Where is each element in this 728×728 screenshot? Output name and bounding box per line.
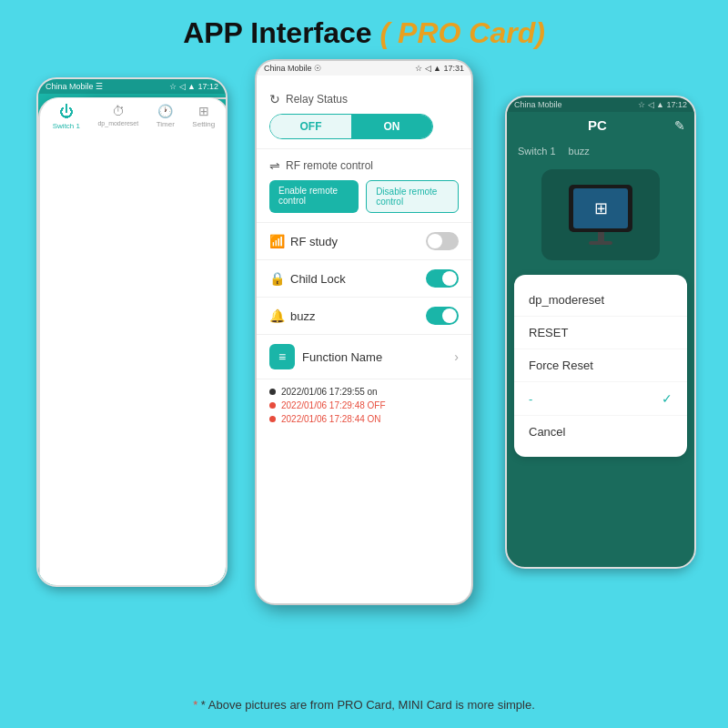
rf-study-row: 📶 RF study [257, 223, 471, 260]
relay-on-button[interactable]: ON [351, 115, 432, 138]
right-switch1-label: Switch 1 [518, 146, 556, 157]
settings-content: ↻ Relay Status OFF ON ⇌ RF remote contro… [257, 76, 471, 439]
log-text-2: 2022/01/06 17:29:48 OFF [281, 400, 386, 410]
relay-status-section: ↻ Relay Status OFF ON [257, 83, 471, 149]
right-status-left: China Mobile [514, 100, 562, 109]
rf-buttons: Enable remote control Disable remote con… [269, 180, 459, 213]
popup-item-dash[interactable]: - ✓ [514, 382, 687, 416]
phone-center: China Mobile ☉ ☆ ◁ ▲ 17:31 ‹ Setting ✎ ↻… [255, 59, 473, 605]
rf-study-toggle[interactable] [426, 232, 459, 250]
relay-off-button[interactable]: OFF [270, 115, 351, 138]
right-monitor-area: ⊞ [507, 164, 694, 266]
nav-item-dp[interactable]: ⏱ dp_modereset [97, 104, 138, 587]
function-icon: ≡ [269, 344, 295, 369]
right-status-right: ☆ ◁ ▲ 17:12 [638, 100, 687, 109]
nav-timer-icon: 🕐 [157, 104, 173, 118]
popup-item-dash-label: - [529, 392, 532, 406]
log-entry-2: 2022/01/06 17:29:48 OFF [269, 399, 459, 412]
function-row-arrow-icon: › [454, 349, 459, 364]
title-pro: ( PRO Card) [380, 16, 545, 49]
right-nav-title: PC [588, 117, 607, 133]
log-dot-2 [269, 402, 276, 409]
phones-container: China Mobile ☰ ☆ ◁ ▲ 17:12 ‹ PC ✎ Switch… [0, 59, 728, 623]
buzz-toggle[interactable] [426, 307, 459, 325]
right-nav-bar: ‹ PC ✎ [507, 112, 694, 138]
right-pc-illustration: ⊞ [541, 169, 660, 260]
right-buzz-label: buzz [569, 146, 590, 157]
phone-left: China Mobile ☰ ☆ ◁ ▲ 17:12 ‹ PC ✎ Switch… [36, 77, 228, 587]
rf-study-icon: 📶 [269, 234, 285, 248]
popup-item-cancel-label: Cancel [529, 425, 565, 439]
rf-disable-button[interactable]: Disable remote control [366, 180, 459, 213]
nav-item-switch1[interactable]: ⏻ Switch 1 [53, 104, 80, 587]
right-buzz: buzz [569, 146, 590, 157]
page-title: APP Interface ( PRO Card) [183, 16, 545, 49]
popup-item-cancel[interactable]: Cancel [514, 416, 687, 448]
popup-item-force-reset[interactable]: Force Reset [514, 349, 687, 382]
popup-item-dp-modereset[interactable]: dp_modereset [514, 284, 687, 317]
right-popup: dp_modereset RESET Force Reset - ✓ Cance… [514, 275, 687, 457]
relay-buttons: OFF ON [269, 114, 433, 139]
rf-remote-label: RF remote control [286, 159, 373, 172]
left-bottom-nav: ⏻ Switch 1 ⏱ dp_modereset 🕐 Timer ⊞ Sett… [38, 97, 228, 587]
buzz-label: buzz [290, 309, 315, 323]
rf-remote-title: ⇌ RF remote control [269, 158, 459, 173]
nav-item-setting[interactable]: ⊞ Setting [192, 104, 215, 587]
center-status-right: ☆ ◁ ▲ 17:31 [415, 64, 464, 73]
checkmark-icon: ✓ [662, 391, 672, 406]
buzz-label-wrap: 🔔 buzz [269, 308, 315, 323]
buzz-icon: 🔔 [269, 308, 285, 323]
right-monitor-stand [598, 232, 604, 241]
child-lock-toggle[interactable] [426, 269, 459, 288]
nav-dp-icon: ⏱ [112, 104, 125, 118]
popup-item-reset[interactable]: RESET [514, 317, 687, 349]
rf-remote-icon: ⇌ [269, 158, 280, 173]
footer-text: * Above pictures are from PRO Card, MINI… [201, 698, 535, 712]
log-entry-1: 2022/01/06 17:29:55 on [269, 385, 459, 399]
left-status-left: China Mobile ☰ [46, 82, 103, 91]
rf-study-label: RF study [290, 235, 338, 248]
popup-item-dp-label: dp_modereset [529, 293, 604, 307]
right-monitor: ⊞ [569, 185, 632, 232]
center-status-bar: China Mobile ☉ ☆ ◁ ▲ 17:31 [257, 61, 471, 76]
rf-enable-button[interactable]: Enable remote control [269, 180, 359, 213]
child-lock-label: Child Lock [290, 272, 346, 286]
log-text-1: 2022/01/06 17:29:55 on [281, 387, 378, 397]
center-status-left: China Mobile ☉ [264, 64, 321, 73]
title-normal: APP Interface [183, 16, 372, 49]
footer-star: * [193, 698, 197, 712]
nav-item-timer[interactable]: 🕐 Timer [157, 104, 175, 587]
log-entries: 2022/01/06 17:29:55 on 2022/01/06 17:29:… [257, 379, 471, 431]
buzz-row: 🔔 buzz [257, 298, 471, 335]
nav-switch1-label: Switch 1 [53, 122, 80, 130]
log-entry-3: 2022/01/06 17:28:44 ON [269, 412, 459, 426]
right-monitor-screen: ⊞ [573, 188, 628, 228]
left-status-right: ☆ ◁ ▲ 17:12 [169, 82, 218, 91]
popup-item-reset-label: RESET [529, 326, 568, 339]
right-switch1: Switch 1 [518, 146, 556, 157]
right-edit-button[interactable]: ✎ [674, 118, 685, 133]
child-lock-icon: 🔒 [269, 271, 285, 286]
nav-setting-label: Setting [192, 120, 215, 128]
right-switches-row: Switch 1 buzz [507, 138, 694, 164]
popup-item-force-reset-label: Force Reset [529, 359, 593, 372]
footer-note: * * Above pictures are from PRO Card, MI… [0, 691, 728, 719]
function-name-row[interactable]: ≡ Function Name › [257, 335, 471, 379]
left-status-bar: China Mobile ☰ ☆ ◁ ▲ 17:12 [38, 79, 226, 94]
page-header: APP Interface ( PRO Card) [0, 0, 728, 59]
relay-icon: ↻ [269, 92, 280, 106]
nav-dp-label: dp_modereset [97, 120, 138, 126]
right-status-bar: China Mobile ☆ ◁ ▲ 17:12 [507, 97, 694, 112]
nav-setting-icon: ⊞ [198, 104, 209, 118]
relay-status-label: Relay Status [286, 93, 348, 106]
nav-switch1-icon: ⏻ [59, 104, 74, 120]
right-windows-logo-icon: ⊞ [594, 198, 608, 218]
relay-status-title: ↻ Relay Status [269, 92, 459, 106]
child-lock-row: 🔒 Child Lock [257, 260, 471, 298]
right-monitor-base [589, 241, 612, 245]
log-dot-1 [269, 389, 276, 395]
rf-study-label-wrap: 📶 RF study [269, 234, 338, 248]
nav-timer-label: Timer [157, 120, 175, 128]
phone-right: China Mobile ☆ ◁ ▲ 17:12 ‹ PC ✎ Switch 1… [505, 96, 696, 569]
log-text-3: 2022/01/06 17:28:44 ON [281, 414, 381, 424]
